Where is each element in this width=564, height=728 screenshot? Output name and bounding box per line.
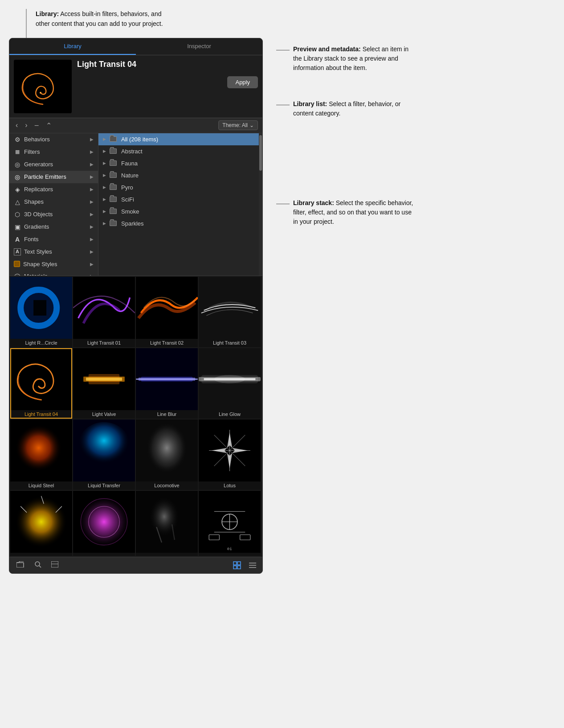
stack-row4a[interactable] <box>10 491 72 556</box>
search-button[interactable] <box>32 560 44 571</box>
subcat-sparkles[interactable]: ▶ Sparkles <box>98 218 262 230</box>
svg-rect-65 <box>237 562 241 565</box>
cat-behaviors[interactable]: ⚙ Behaviors ▶ <box>9 133 98 146</box>
smoke-arrow: ▶ <box>103 209 106 214</box>
subcat-smoke[interactable]: ▶ Smoke <box>98 206 262 218</box>
stack-line-blur[interactable]: Line Blur <box>136 348 198 419</box>
3d-objects-arrow: ▶ <box>90 212 94 217</box>
subcat-all[interactable]: ▶ All (208 items) <box>98 133 262 145</box>
scifi-arrow: ▶ <box>103 197 106 202</box>
light-valve-label: Light Valve <box>73 410 135 419</box>
subcat-scifi[interactable]: ▶ SciFi <box>98 193 262 206</box>
preview-title: Light Transit 04 <box>77 60 258 69</box>
light-transit-01-label: Light Transit 01 <box>73 339 135 347</box>
preview-toggle-button[interactable] <box>49 560 61 570</box>
line-glow-thumb <box>199 348 261 410</box>
stack-liquid-transfer[interactable]: Liquid Transfer <box>73 420 135 490</box>
cat-fonts[interactable]: A Fonts ▶ <box>9 233 98 246</box>
stack-light-valve[interactable]: Light Valve <box>73 348 135 419</box>
stack-locomotive[interactable]: Locomotive <box>136 420 198 490</box>
cat-text-styles[interactable]: A Text Styles ▶ <box>9 246 98 258</box>
row4d-label <box>199 553 261 556</box>
smoke-folder-icon <box>110 209 117 214</box>
stack-lotus[interactable]: Lotus <box>199 420 261 490</box>
stack-row4d[interactable]: ⊘i <box>199 491 261 556</box>
annotation-library-stack: Library stack: Select the specific behav… <box>276 198 432 226</box>
tab-library[interactable]: Library <box>9 38 136 55</box>
stack-light-transit-04[interactable]: Light Transit 04 <box>10 348 72 419</box>
stack-liquid-steel[interactable]: Liquid Steel <box>10 420 72 490</box>
light-transit-02-thumb <box>136 277 198 339</box>
svg-point-47 <box>149 496 180 537</box>
search-icon <box>34 561 41 568</box>
stack-row4c[interactable] <box>136 491 198 556</box>
particle-emitters-label: Particle Emitters <box>24 173 87 180</box>
row4b-thumb <box>73 491 135 553</box>
text-styles-icon: A <box>14 248 21 255</box>
row4d-thumb: ⊘i <box>199 491 261 553</box>
list-view-button[interactable] <box>247 561 258 569</box>
stack-light-transit-02[interactable]: Light Transit 02 <box>136 277 198 347</box>
stack-line-glow[interactable]: Line Glow <box>199 348 261 419</box>
subcat-fauna[interactable]: ▶ Fauna <box>98 157 262 169</box>
cat-particle-emitters[interactable]: ◎ Particle Emitters ▶ <box>9 171 98 183</box>
dash-button[interactable]: – <box>33 120 41 130</box>
pyro-folder-icon <box>110 185 117 190</box>
back-button[interactable]: ‹ <box>14 120 20 130</box>
theme-dropdown[interactable]: Theme: All ⌄ <box>218 120 258 130</box>
text-styles-arrow: ▶ <box>90 249 94 254</box>
fauna-label: Fauna <box>121 160 138 167</box>
anno1-label: Preview and metadata: <box>293 45 361 53</box>
preview-area: Light Transit 04 Apply <box>9 55 262 118</box>
line-blur-thumb <box>136 348 198 410</box>
svg-point-27 <box>146 422 188 474</box>
add-button[interactable] <box>14 560 27 570</box>
bottom-toolbar <box>9 557 262 573</box>
list-scrollbar[interactable] <box>259 133 262 276</box>
svg-rect-66 <box>233 566 237 569</box>
cat-shape-styles[interactable]: Shape Styles ▶ <box>9 258 98 270</box>
materials-icon: ◯ <box>14 273 21 276</box>
stack-light-r-circle[interactable]: Light R...Circle <box>10 277 72 347</box>
liquid-transfer-thumb <box>73 420 135 481</box>
apply-button[interactable]: Apply <box>227 76 258 88</box>
filters-arrow: ▶ <box>90 149 94 154</box>
nature-arrow: ▶ <box>103 173 106 177</box>
top-callout-label: Library: <box>36 10 59 17</box>
cat-replicators[interactable]: ◈ Replicators ▶ <box>9 183 98 196</box>
updown-button[interactable]: ⌃ <box>44 120 53 131</box>
svg-point-23 <box>16 424 62 471</box>
cat-generators[interactable]: ◎ Generators ▶ <box>9 158 98 171</box>
subcat-nature[interactable]: ▶ Nature <box>98 169 262 181</box>
preview-toggle-icon <box>51 561 58 568</box>
tab-inspector[interactable]: Inspector <box>136 38 262 55</box>
cat-gradients[interactable]: ▣ Gradients ▶ <box>9 221 98 233</box>
gradients-icon: ▣ <box>14 223 21 230</box>
filters-label: Filters <box>24 148 87 155</box>
subcat-abstract[interactable]: ▶ Abstract <box>98 145 262 157</box>
cat-3d-objects[interactable]: ⬡ 3D Objects ▶ <box>9 208 98 221</box>
stack-light-transit-01[interactable]: Light Transit 01 <box>73 277 135 347</box>
row4a-label <box>10 553 72 556</box>
light-r-circle-thumb <box>10 277 72 339</box>
liquid-steel-thumb <box>10 420 72 481</box>
smoke-label: Smoke <box>121 208 139 215</box>
cat-filters[interactable]: ▦ Filters ▶ <box>9 146 98 158</box>
forward-button[interactable]: › <box>23 120 29 130</box>
abstract-label: Abstract <box>121 148 143 155</box>
light-transit-01-thumb <box>73 277 135 339</box>
cat-shapes[interactable]: △ Shapes ▶ <box>9 196 98 208</box>
stack-row4b[interactable] <box>73 491 135 556</box>
sparkles-arrow: ▶ <box>103 221 106 226</box>
grid-view-button[interactable] <box>231 560 243 570</box>
subcat-pyro[interactable]: ▶ Pyro <box>98 181 262 193</box>
svg-rect-4 <box>33 300 46 316</box>
annotation-preview: Preview and metadata: Select an item in … <box>276 45 432 73</box>
library-panel: Library Inspector Light Transit 04 <box>9 38 263 574</box>
svg-point-43 <box>78 496 130 547</box>
annotation-line-3 <box>276 204 290 204</box>
sparkles-label: Sparkles <box>121 220 144 227</box>
cat-materials[interactable]: ◯ Materials ▶ <box>9 270 98 276</box>
3d-objects-icon: ⬡ <box>14 211 21 218</box>
stack-light-transit-03[interactable]: Light Transit 03 <box>199 277 261 347</box>
